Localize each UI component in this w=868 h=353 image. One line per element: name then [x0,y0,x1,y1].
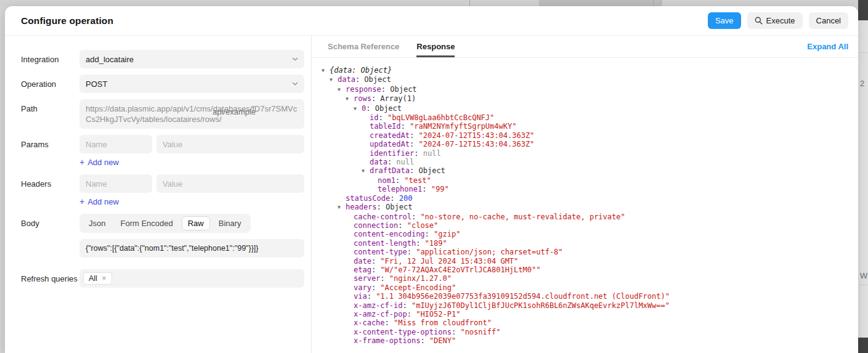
tree-key: content-encoding [354,230,425,238]
refresh-queries-label: Refresh queries [21,269,79,288]
headers-value-input[interactable] [156,174,304,193]
params-add-new-button[interactable]: + Add new [79,158,119,167]
close-icon[interactable]: × [102,275,107,282]
expander-icon[interactable]: ▼ [346,95,354,103]
tree-node: content-type: "application/json; charset… [322,248,852,256]
headers-add-new-button[interactable]: + Add new [79,197,119,206]
integration-select[interactable]: add_locataire [79,50,304,68]
tree-node: connection: "close" [322,221,852,230]
expander-icon[interactable]: ▼ [338,203,346,212]
headers-label: Headers [21,174,79,214]
background-app-topbar [0,0,868,6]
expander-icon[interactable]: ▼ [330,76,338,84]
tree-key: updatedAt [370,140,410,148]
refresh-queries-field[interactable]: All × [79,269,304,288]
tree-key: vary [354,283,371,292]
cancel-button-label: Cancel [816,16,841,25]
tree-key: etag [354,266,371,274]
tree-value: "nginx/1.27.0" [389,274,452,283]
body-raw-input[interactable]: {"rows":[{"data":{"nom1":"test","telepho… [79,239,304,258]
tree-key: via [354,292,367,301]
tree-key: x-amz-cf-id [354,301,402,310]
tree-node[interactable]: ▼{data: Object} [322,66,852,75]
tree-value: "99" [431,185,449,193]
expand-all-button[interactable]: Expand All [807,42,848,51]
execute-button[interactable]: Execute [747,12,803,29]
tree-separator: : [425,230,434,238]
params-value-input[interactable] [156,135,304,153]
tree-node: nom1: "test" [322,176,852,185]
body-mode-json[interactable]: Json [83,216,112,230]
tree-separator: : [410,131,418,140]
configure-operation-dialog: Configure operation Save Execute Cancel … [5,6,858,353]
tree-node: x-amz-cf-id: "mIUyjzJ6T0Dyl1CljBfJUcPK1s… [322,301,852,310]
save-button[interactable]: Save [708,12,741,29]
tree-separator: : [410,166,418,175]
background-divider [858,285,868,285]
page-title: Configure operation [21,15,113,26]
params-label: Params [21,135,79,174]
tree-value: Object [418,166,445,175]
tree-value: "2024-07-12T15:43:04.363Z" [418,140,534,148]
tab-response[interactable]: Response [416,36,455,57]
params-add-new-label: Add new [87,158,119,167]
operation-select[interactable]: POST [79,75,304,93]
tree-value: "Fri, 12 Jul 2024 15:43:04 GMT" [380,257,518,266]
body-label: Body [21,214,79,258]
headers-name-input[interactable] [79,174,152,193]
tree-key: headers [346,203,377,211]
tree-value: "1.1 304b956e2039e07753fa39109152d594.cl… [376,292,670,301]
tree-key: cache-control [354,213,412,221]
expander-icon[interactable]: ▼ [354,105,362,113]
tree-key: createdAt [370,131,410,140]
tree-key: statusCode [346,194,390,203]
tree-value: "HIO52-P1" [416,310,460,319]
tree-value: Object [364,75,391,84]
execute-button-label: Execute [766,16,795,25]
tree-node: content-length: "189" [322,239,852,248]
tree-node: date: "Fri, 12 Jul 2024 15:43:04 GMT" [322,257,852,266]
tree-key: content-type [354,248,407,256]
tree-value: "raNM2NYmfyftSgrpUm4wKY" [410,122,516,131]
tree-separator: : [387,158,396,166]
tree-node: via: "1.1 304b956e2039e07753fa39109152d5… [322,292,852,301]
background-divider [469,0,470,6]
tree-key: identifier [370,149,414,158]
tree-node[interactable]: ▼data: Object [322,75,852,84]
params-name-input[interactable] [79,135,152,153]
tree-separator: : [452,328,460,336]
tree-node[interactable]: ▼rows: Array(1) [322,94,852,103]
tree-node[interactable]: ▼0: Object [322,104,852,113]
body-mode-binary[interactable]: Binary [213,216,248,230]
tree-key: response [346,85,381,94]
operation-label: Operation [21,75,79,93]
response-tabs: Schema Reference Response Expand All [312,36,858,58]
tree-node: updatedAt: "2024-07-12T15:43:04.363Z" [322,140,852,148]
background-text-fragment: W [860,271,867,280]
tree-node[interactable]: ▼draftData: Object [322,166,852,176]
tree-key: tableId [370,122,401,131]
path-field: https://data.plasmic.app/api/v1/cms/data… [79,99,304,129]
tree-key: server [354,274,380,283]
expander-icon[interactable]: ▼ [322,67,330,75]
expander-icon[interactable]: ▼ [338,86,346,94]
tree-value: "Accept-Encoding" [380,283,456,292]
operation-form: Integration add_locataire Operation POST [5,36,312,353]
tree-separator: : [381,85,390,94]
tree-value: "nosniff" [460,328,500,336]
tree-key: content-length [354,239,416,248]
cancel-button[interactable]: Cancel [809,12,848,29]
tree-value: "no-store, no-cache, must-revalidate, pr… [420,213,625,221]
tree-value: "W/"e7-72AQAxC4E2oVTrlJCA801HjLtM0"" [380,266,540,274]
tree-value: "Miss from cloudfront" [394,319,492,327]
tree-node[interactable]: ▼headers: Object [322,203,852,212]
tab-schema-reference[interactable]: Schema Reference [328,36,399,57]
tree-node[interactable]: ▼response: Object [322,85,852,94]
body-mode-raw[interactable]: Raw [182,216,210,230]
body-mode-form-encoded[interactable]: Form Encoded [114,216,179,230]
tree-key: nom1 [378,176,395,185]
tree-separator: : [422,185,431,193]
expander-icon[interactable]: ▼ [362,167,370,176]
tree-separator: : [390,194,399,203]
tree-separator: : [398,221,407,230]
